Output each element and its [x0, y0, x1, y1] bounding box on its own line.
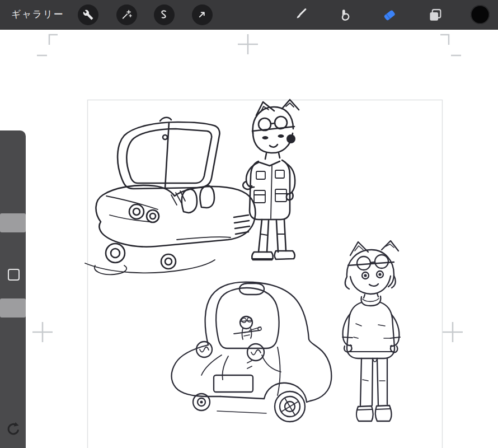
s-curve-icon — [158, 9, 170, 20]
layers-button[interactable] — [427, 7, 444, 24]
selection-button[interactable] — [154, 4, 175, 25]
layers-icon — [427, 7, 443, 23]
undo-icon[interactable] — [5, 421, 21, 436]
actions-button[interactable] — [78, 4, 98, 25]
eraser-icon — [381, 7, 398, 24]
color-swatch-button[interactable] — [471, 5, 490, 24]
canvas-area[interactable] — [0, 0, 498, 448]
magic-wand-icon — [121, 9, 132, 20]
top-center-cross-mark[interactable] — [238, 34, 258, 54]
top-toolbar: ギャラリー — [0, 0, 498, 30]
top-left-corner-mark — [49, 35, 58, 45]
erase-tool-button[interactable] — [381, 7, 398, 24]
arrow-icon — [196, 9, 208, 20]
sidebar-toolbar — [0, 130, 26, 448]
top-right-corner-mark — [440, 35, 449, 45]
opacity-slider-handle[interactable] — [0, 298, 26, 318]
wrench-icon — [83, 10, 93, 20]
smudge-tool-button[interactable] — [336, 7, 353, 24]
paintbrush-icon — [292, 7, 308, 23]
paint-tool-button[interactable] — [292, 7, 308, 24]
right-middle-cross-mark[interactable] — [443, 322, 463, 342]
transform-button[interactable] — [192, 4, 213, 25]
smudge-finger-icon — [337, 7, 353, 23]
adjustments-button[interactable] — [116, 4, 137, 25]
brush-size-slider-handle[interactable] — [0, 213, 26, 232]
modify-button[interactable] — [8, 269, 20, 281]
left-middle-cross-mark[interactable] — [32, 322, 53, 342]
gallery-button[interactable]: ギャラリー — [11, 0, 64, 29]
